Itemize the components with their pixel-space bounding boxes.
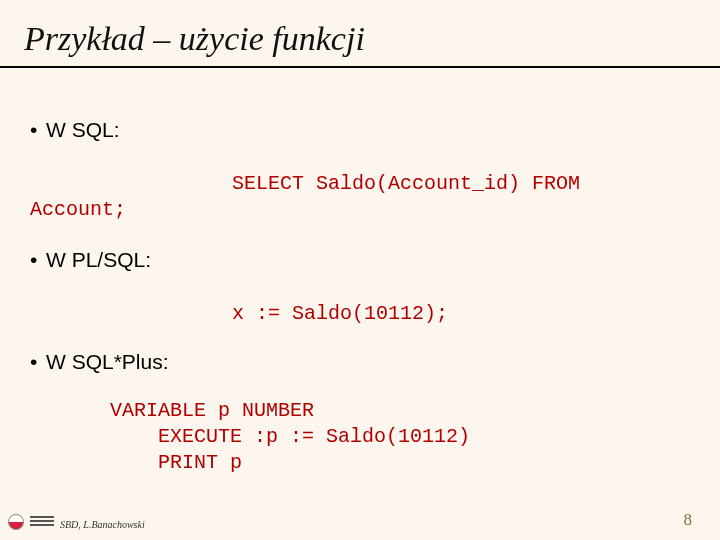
code-sql-line1: SELECT Saldo(Account_id) FROM — [232, 172, 580, 195]
bullet-sql-label: W SQL: — [46, 118, 120, 141]
footer-credit: SBD, L.Banachowski — [60, 519, 145, 530]
slide: Przykład – użycie funkcji •W SQL: SELECT… — [0, 0, 720, 540]
code-plsql: x := Saldo(10112); — [232, 302, 448, 325]
bullet-plsql: •W PL/SQL: — [30, 248, 151, 272]
bullet-plsql-label: W PL/SQL: — [46, 248, 151, 271]
flag-icon — [8, 514, 24, 530]
title-underline — [0, 66, 720, 68]
bullet-sqlplus-label: W SQL*Plus: — [46, 350, 169, 373]
bullet-dot-icon: • — [30, 350, 46, 374]
page-number: 8 — [684, 510, 693, 530]
bullet-sql: •W SQL: — [30, 118, 120, 142]
bullet-dot-icon: • — [30, 248, 46, 272]
footer-logo — [8, 512, 54, 530]
code-sqlplus: VARIABLE p NUMBER EXECUTE :p := Saldo(10… — [110, 398, 470, 476]
logo-bars-icon — [30, 516, 54, 528]
footer: SBD, L.Banachowski — [0, 508, 720, 530]
bullet-dot-icon: • — [30, 118, 46, 142]
code-sql-line2: Account; — [30, 198, 126, 221]
slide-title: Przykład – użycie funkcji — [24, 20, 365, 58]
bullet-sqlplus: •W SQL*Plus: — [30, 350, 169, 374]
